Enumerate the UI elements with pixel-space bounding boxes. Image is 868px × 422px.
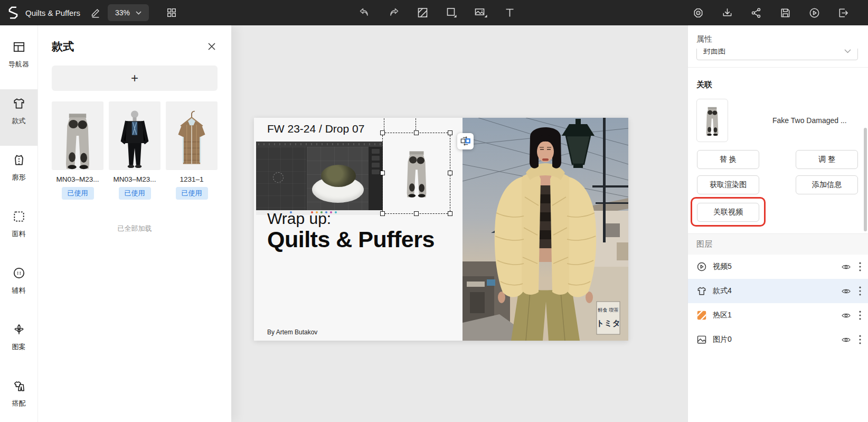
download-icon[interactable] [720,6,734,20]
kebab-icon[interactable] [856,261,864,273]
kebab-icon[interactable] [856,310,864,321]
resize-handle[interactable] [380,130,385,135]
fabric-icon [12,210,26,223]
adjust-button[interactable]: 调 整 [796,150,858,169]
close-icon[interactable] [206,41,218,52]
sidebar-item-label: 款式 [12,116,26,126]
selection-box[interactable] [382,133,450,214]
garment-icon [696,286,707,296]
poster-credit-text[interactable]: By Artem Butakov [267,329,317,336]
image-tool-icon[interactable] [474,6,488,20]
sidebar-item-label: 搭配 [12,399,26,408]
video-play-icon [696,261,707,272]
layer-row-hotzone[interactable]: 热区1 [688,303,868,327]
pattern-flower-icon [12,323,26,336]
add-style-button[interactable]: + [52,65,218,91]
eye-icon[interactable] [840,285,852,297]
hotzone-tool-icon[interactable] [416,6,430,20]
exit-icon[interactable] [836,6,850,20]
cover-dropdown[interactable]: 封面图 [696,49,858,60]
sidebar-item-outfit[interactable]: 搭配 [0,372,37,422]
share-icon[interactable] [749,6,763,20]
poster-title-text[interactable]: Quilts & Puffers [267,227,435,252]
save-icon[interactable] [778,6,792,20]
plus-icon: + [131,71,138,86]
all-loaded-text: 已全部加载 [52,224,218,233]
properties-title: 属性 [696,34,712,44]
resize-handle[interactable] [448,130,452,135]
cover-dropdown-value: 封面图 [703,49,725,56]
sidebar-item-styles[interactable]: 款式 [0,89,37,146]
3d-software-screenshot[interactable] [256,142,383,215]
undo-icon[interactable] [358,6,372,20]
redo-icon[interactable] [387,6,401,20]
zoom-dropdown[interactable]: 33% [108,4,149,21]
resize-handle[interactable] [380,171,385,175]
canvas[interactable]: FW 23-24 / Drop 07 Wrap up: Quilts & Puf… [231,25,687,422]
poster-artboard[interactable]: FW 23-24 / Drop 07 Wrap up: Quilts & Puf… [254,118,628,341]
styles-panel-title: 款式 [52,39,74,54]
get-render-button[interactable]: 获取渲染图 [697,175,759,194]
resize-handle[interactable] [414,211,419,216]
style-card[interactable]: 1231–1 已使用 [166,101,218,200]
layer-row-video[interactable]: 视频5 [688,255,868,279]
resize-handle[interactable] [448,211,452,216]
settings-nut-icon[interactable] [691,6,705,20]
styles-grid: MN03–M23... 已使用 MN03–M23... 已使 [52,101,218,200]
sidebar-item-label: 廓形 [12,173,26,182]
eye-icon[interactable] [840,261,852,273]
associated-style-thumbnail[interactable] [696,99,728,142]
eye-icon[interactable] [840,334,852,345]
sidebar-item-navigator[interactable]: 导航器 [0,33,37,89]
resize-handle[interactable] [448,171,452,175]
layer-row-image[interactable]: 图片0 [688,327,868,352]
sidebar-item-fabric[interactable]: 面料 [0,202,37,259]
resize-handle[interactable] [414,130,419,135]
link-video-button[interactable]: 关联视频 [697,203,759,222]
edit-pencil-icon[interactable] [89,6,102,20]
model-photo[interactable]: 軽食 喫茶 トミタ [463,118,628,341]
trim-button-icon [12,266,26,280]
style-card[interactable]: MN03–M23... 已使用 [52,101,103,200]
style-thumbnail-suit[interactable] [109,101,161,170]
layers-title: 图层 [696,239,712,249]
svg-text:トミタ: トミタ [596,318,620,328]
topbar-left-group: Quilts & Puffers 33% [6,0,178,25]
text-tool-icon[interactable] [503,6,517,20]
outfit-icon [12,379,26,393]
status-badge: 已使用 [176,187,208,200]
svg-text:軽食 喫茶: 軽食 喫茶 [598,307,619,313]
style-thumbnail-pants[interactable] [52,101,103,170]
play-icon[interactable] [807,6,821,20]
style-thumbnail-shirt[interactable] [166,101,218,170]
sidebar-item-label: 面料 [12,229,26,239]
sidebar-item-pattern[interactable]: 图案 [0,315,37,372]
silhouette-icon [12,153,26,167]
poster-kicker-text[interactable]: FW 23-24 / Drop 07 [267,123,364,135]
grid-view-icon[interactable] [165,6,178,20]
add-info-button[interactable]: 添加信息 [796,175,858,194]
eye-icon[interactable] [840,310,852,321]
left-sidebar: 导航器 款式 廓形 面料 辅料 [0,25,38,422]
chevron-down-icon [844,49,851,53]
kebab-icon[interactable] [856,285,864,297]
navigator-icon [12,40,26,54]
hotzone-icon [696,310,707,321]
topbar: Quilts & Puffers 33% [0,0,868,25]
layer-row-style[interactable]: 款式4 [688,279,868,303]
style-card[interactable]: MN03–M23... 已使用 [109,101,161,200]
sidebar-item-silhouette[interactable]: 廓形 [0,146,37,202]
sidebar-item-trims[interactable]: 辅料 [0,259,37,315]
image-icon [696,334,707,345]
cover-dropdown-clipped: 封面图 [696,49,858,61]
resize-handle[interactable] [380,211,385,216]
zoom-level: 33% [115,8,130,17]
shape-tool-icon[interactable] [445,6,459,20]
kebab-icon[interactable] [856,334,864,345]
scrollbar-thumb[interactable] [864,128,867,231]
logo[interactable] [6,6,20,20]
poster-wrap-text[interactable]: Wrap up: [267,210,331,228]
swap-style-button[interactable] [457,133,474,149]
association-title: 关联 [696,80,712,90]
replace-button[interactable]: 替 换 [697,150,759,169]
